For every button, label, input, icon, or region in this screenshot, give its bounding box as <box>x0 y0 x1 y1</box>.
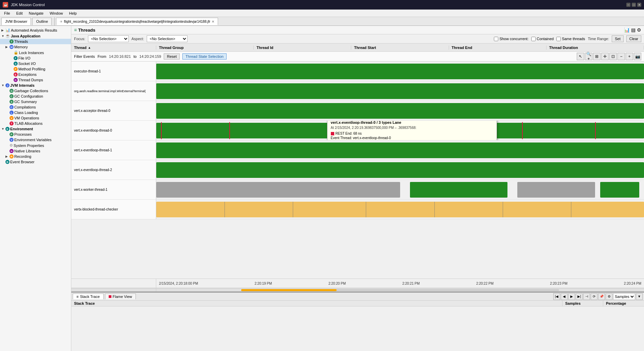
show-concurrent-checkbox[interactable]: Show concurrent: <box>494 37 529 41</box>
tab-outline[interactable]: Outline <box>32 18 52 25</box>
nav-settings-btn[interactable]: ⚙ <box>606 293 612 300</box>
set-button[interactable]: Set <box>612 35 624 42</box>
pan-btn[interactable]: ✛ <box>601 53 609 60</box>
tab-stack-trace[interactable]: ≡ Stack Trace <box>73 294 104 299</box>
nav-more-btn[interactable]: ▼ <box>636 293 643 300</box>
sidebar-item-jvm-internals[interactable]: ▼ J JVM Internals <box>0 83 71 88</box>
tab-flame-view[interactable]: Flame View <box>105 294 136 299</box>
table-row: vert.x-acceptor-thread-0 <box>71 101 644 121</box>
window-controls[interactable]: ─ □ ✕ <box>626 3 641 7</box>
settings-icon[interactable]: ⚙ <box>637 27 641 33</box>
clear-button[interactable]: Clear <box>626 35 641 42</box>
reset-button[interactable]: Reset <box>164 53 180 60</box>
contained-input[interactable] <box>531 37 536 41</box>
menu-edit[interactable]: Edit <box>14 11 25 16</box>
sidebar-item-sys-props[interactable]: ⚙ System Properties <box>0 143 71 148</box>
sidebar-item-event-browser[interactable]: B Event Browser <box>0 159 71 165</box>
samples-select[interactable]: Samples <box>613 293 635 300</box>
tab-jvm-browser[interactable]: JVM Browser <box>1 18 31 25</box>
zoom-out-btn[interactable]: − <box>618 53 625 60</box>
sidebar-icon-vm-ops: V <box>10 116 14 120</box>
sidebar-item-analysis[interactable]: ▶ 📊 Automated Analysis Results <box>0 27 71 33</box>
aspect-select[interactable]: <No Selection> <box>147 35 187 42</box>
nav-prev-btn[interactable]: ◀ <box>561 293 568 300</box>
minimize-button[interactable]: ─ <box>626 3 630 7</box>
sidebar-item-threads[interactable]: T Threads <box>0 39 71 44</box>
thread-timeline-executor[interactable] <box>156 62 644 81</box>
select-tool-btn[interactable]: ↖ <box>577 53 584 60</box>
file-tab-close[interactable]: ✕ <box>212 20 214 23</box>
menu-navigate[interactable]: Navigate <box>26 11 46 16</box>
sidebar-item-gc-config[interactable]: C GC Configuration <box>0 94 71 99</box>
thread-timeline-acceptor[interactable] <box>156 101 644 120</box>
thread-timeline-blocked[interactable] <box>156 200 644 219</box>
from-value: 14:20:16:821 <box>109 54 131 58</box>
show-concurrent-input[interactable] <box>494 37 498 41</box>
axis-label-6: 2:20:24 PM <box>624 282 641 285</box>
same-threads-checkbox[interactable]: Same threads <box>556 37 585 41</box>
sidebar-item-method-profiling[interactable]: P Method Profiling <box>0 66 71 72</box>
sidebar-item-tlab[interactable]: T TLAB Allocations <box>0 121 71 126</box>
nav-last-btn[interactable]: ▶| <box>576 293 583 300</box>
sidebar-item-fileio[interactable]: F File I/O <box>0 55 71 61</box>
zoom-in-btn[interactable]: 🔍+ <box>585 53 592 60</box>
same-threads-input[interactable] <box>556 37 561 41</box>
bottom-tab-bar: ≡ Stack Trace Flame View |◀ ◀ ▶ ▶| ⊣ <box>71 292 644 301</box>
thread-timeline-eventloop2[interactable] <box>156 160 644 180</box>
thread-timeline-worker[interactable] <box>156 180 644 199</box>
menu-window[interactable]: Window <box>47 11 66 16</box>
thread-timeline-eventloop1[interactable] <box>156 140 644 160</box>
th-thread-duration[interactable]: Thread Duration <box>547 46 644 50</box>
screenshot-btn[interactable]: 📷 <box>634 53 641 60</box>
sidebar-item-class-loading[interactable]: L Class Loading <box>0 110 71 115</box>
scroll-thumb[interactable] <box>241 289 337 291</box>
chart-icon[interactable]: 📊 <box>624 27 630 33</box>
sidebar-item-exceptions[interactable]: E Exceptions <box>0 72 71 77</box>
sidebar-item-java-app[interactable]: ▼ ☕ Java Application <box>0 33 71 39</box>
nav-pin-btn[interactable]: 📌 <box>598 293 605 300</box>
table-icon[interactable]: ▤ <box>631 27 636 33</box>
contained-checkbox[interactable]: Contained <box>531 37 554 41</box>
th-thread-end[interactable]: Thread End <box>449 46 547 50</box>
nav-next-btn[interactable]: ▶ <box>568 293 575 300</box>
maximize-button[interactable]: □ <box>632 3 636 7</box>
focus-select[interactable]: <No Selection> <box>88 35 129 42</box>
fit-btn[interactable]: ⊡ <box>609 53 617 60</box>
menu-file[interactable]: File <box>1 11 13 16</box>
close-button[interactable]: ✕ <box>637 3 641 7</box>
th-percentage[interactable]: Percentage <box>603 301 644 306</box>
thread-timeline-eventloop0[interactable]: vert.x-eventloop-thread-0 / 3 types Lane… <box>156 121 644 140</box>
sidebar-item-processes[interactable]: P Processes <box>0 132 71 137</box>
thread-state-button[interactable]: Thread State Selection <box>182 53 227 60</box>
sidebar-item-gc-summary[interactable]: S GC Summary <box>0 99 71 104</box>
file-tab[interactable]: ✈ flight_recording_2101Ddevquarkusintegr… <box>56 18 218 25</box>
sidebar-item-compilations[interactable]: C Compilations <box>0 104 71 110</box>
sidebar-item-recording[interactable]: ▶ R Recording <box>0 154 71 159</box>
th-samples[interactable]: Samples <box>562 301 603 306</box>
th-stack-trace[interactable]: Stack Trace <box>71 301 562 306</box>
sidebar-item-gc[interactable]: G Garbage Collections <box>0 88 71 94</box>
zoom-reset-btn[interactable]: + <box>626 53 633 60</box>
thread-timeline-aesh[interactable] <box>156 81 644 101</box>
nav-start-btn[interactable]: ⊣ <box>583 293 590 300</box>
menu-bar: File Edit Navigate Window Help <box>0 10 644 17</box>
sidebar-item-vm-ops[interactable]: V VM Operations <box>0 115 71 121</box>
th-thread-group[interactable]: Thread Group <box>156 46 254 50</box>
sidebar-item-lock[interactable]: 🔒 Lock Instances <box>0 50 71 55</box>
sidebar-item-native-libs[interactable]: N Native Libraries <box>0 148 71 154</box>
sidebar-label-gc-config: GC Configuration <box>14 94 43 98</box>
scroll-track[interactable] <box>241 289 559 291</box>
th-thread-id[interactable]: Thread Id <box>254 46 351 50</box>
scroll-indicator[interactable] <box>71 288 644 291</box>
menu-help[interactable]: Help <box>66 11 79 16</box>
th-thread[interactable]: Thread ▲ <box>71 46 156 50</box>
sidebar-item-thread-dumps[interactable]: D Thread Dumps <box>0 77 71 83</box>
sidebar-item-socketio[interactable]: S Socket I/O <box>0 61 71 66</box>
zoom-area-btn[interactable]: ⊞ <box>593 53 601 60</box>
nav-first-btn[interactable]: |◀ <box>553 293 560 300</box>
sidebar-item-environment[interactable]: ▼ E Environment <box>0 126 71 132</box>
sidebar-item-memory[interactable]: ▶ M Memory <box>0 44 71 50</box>
th-thread-start[interactable]: Thread Start <box>351 46 449 50</box>
nav-sync-btn[interactable]: ⟳ <box>591 293 597 300</box>
sidebar-item-env-vars[interactable]: V Environment Variables <box>0 137 71 143</box>
